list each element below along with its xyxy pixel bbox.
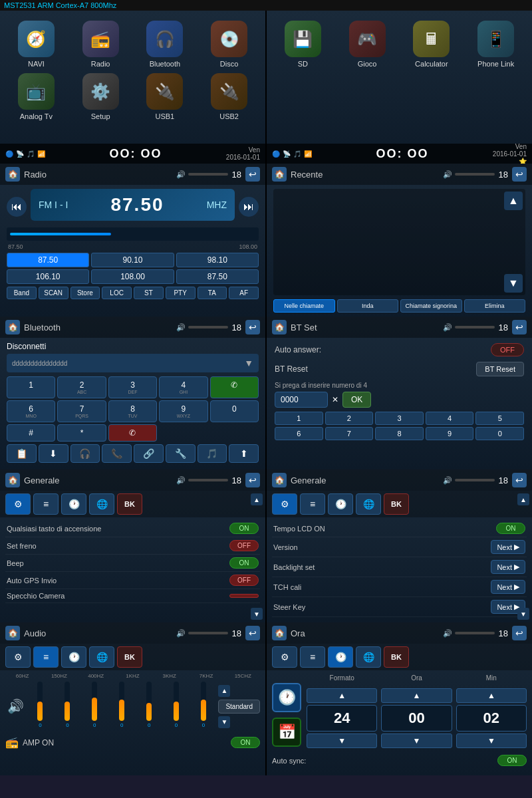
ctrl-band[interactable]: Band bbox=[7, 287, 37, 299]
eq-bar-3[interactable]: 0 bbox=[110, 682, 134, 728]
btset-auto-answer-toggle[interactable]: OFF bbox=[491, 343, 524, 356]
ctrl-store[interactable]: Store bbox=[70, 287, 100, 299]
tab-chiamate-signorina[interactable]: Chiamate signorina bbox=[400, 299, 462, 313]
key-hash[interactable]: # bbox=[7, 424, 55, 442]
eq-scroll-up[interactable]: ▲ bbox=[218, 685, 230, 697]
eq-bar-0[interactable]: 0 bbox=[28, 682, 53, 728]
app-radio[interactable]: 📻 Radio bbox=[71, 21, 130, 68]
radio-home-btn[interactable]: 🏠 bbox=[5, 167, 20, 182]
btset-num-1[interactable]: 1 bbox=[275, 412, 323, 425]
btset-num-7[interactable]: 7 bbox=[325, 427, 374, 440]
generale1-vol-slider[interactable] bbox=[188, 479, 228, 481]
eq-bar-5[interactable]: 0 bbox=[164, 682, 189, 728]
app-gioco[interactable]: 🎮 Gioco bbox=[338, 21, 397, 68]
preset-6[interactable]: 87.50 bbox=[176, 269, 259, 284]
audio-tab-eq[interactable]: ≡ bbox=[33, 646, 59, 668]
ora-vol-slider[interactable] bbox=[455, 632, 495, 634]
min-up[interactable]: ▲ bbox=[456, 688, 527, 703]
generale1-tab-clock[interactable]: 🕐 bbox=[61, 493, 86, 515]
key-call-red[interactable]: ✆ bbox=[108, 424, 157, 442]
generale1-tab-globe[interactable]: 🌐 bbox=[89, 493, 114, 515]
app-setup[interactable]: ⚙️ Setup bbox=[71, 73, 130, 120]
key-4[interactable]: 4GHI bbox=[159, 376, 207, 398]
preset-4[interactable]: 106.10 bbox=[7, 269, 89, 284]
audio-tab-gear[interactable]: ⚙ bbox=[5, 646, 31, 668]
ctrl-loc[interactable]: LOC bbox=[102, 287, 132, 299]
bt-action-3[interactable]: 🎧 bbox=[70, 444, 100, 463]
app-disco[interactable]: 💿 Disco bbox=[200, 21, 259, 68]
recente-scroll-up[interactable]: ▲ bbox=[504, 192, 523, 210]
bt-action-7[interactable]: 🎵 bbox=[198, 444, 227, 463]
radio-back-btn[interactable]: ↩ bbox=[245, 167, 260, 182]
app-bluetooth[interactable]: 🎧 Bluetooth bbox=[136, 21, 195, 68]
key-0[interactable]: 0 bbox=[210, 400, 259, 422]
preset-5[interactable]: 108.00 bbox=[91, 269, 174, 284]
recente-home-btn[interactable]: 🏠 bbox=[272, 167, 287, 182]
ctrl-scan[interactable]: SCAN bbox=[39, 287, 68, 299]
ora-tab-gear[interactable]: ⚙ bbox=[272, 646, 297, 668]
generale1-tab-bk[interactable]: BK bbox=[117, 493, 142, 515]
app-analog-tv[interactable]: 📺 Analog Tv bbox=[7, 73, 66, 120]
key-8[interactable]: 8TUV bbox=[108, 400, 157, 422]
generale2-home-btn[interactable]: 🏠 bbox=[272, 473, 287, 487]
btset-pin-clear[interactable]: ✕ bbox=[332, 395, 338, 404]
eq-bar-6[interactable]: 0 bbox=[192, 682, 216, 728]
generale2-back-btn[interactable]: ↩ bbox=[512, 473, 527, 487]
recente-scroll-down[interactable]: ▼ bbox=[504, 274, 523, 293]
generale1-tab-gear[interactable]: ⚙ bbox=[5, 493, 31, 515]
eq-bar-2[interactable]: 0 bbox=[82, 682, 107, 728]
preset-3[interactable]: 98.10 bbox=[176, 253, 259, 267]
app-sd[interactable]: 💾 SD bbox=[273, 21, 332, 68]
bt-disconnetti[interactable]: Disconnetti bbox=[7, 342, 259, 351]
generale2-vol-slider[interactable] bbox=[455, 479, 495, 481]
key-3[interactable]: 3DEF bbox=[108, 376, 157, 398]
standard-btn[interactable]: Standard bbox=[218, 700, 260, 714]
generale1-back-btn[interactable]: ↩ bbox=[245, 473, 260, 487]
clock-icon-btn[interactable]: 🕐 bbox=[272, 683, 301, 712]
eq-bar-4[interactable]: 0 bbox=[137, 682, 162, 728]
btset-num-9[interactable]: 9 bbox=[426, 427, 474, 440]
bt-action-8[interactable]: ⬆ bbox=[229, 444, 259, 463]
hora-up[interactable]: ▲ bbox=[381, 688, 452, 703]
ctrl-ta[interactable]: TA bbox=[198, 287, 227, 299]
bt-vol-slider[interactable] bbox=[188, 326, 228, 329]
ora-tab-eq[interactable]: ≡ bbox=[300, 646, 325, 668]
btset-num-6[interactable]: 6 bbox=[275, 427, 323, 440]
generale2-tab-globe[interactable]: 🌐 bbox=[356, 493, 381, 515]
bt-action-6[interactable]: 🔧 bbox=[166, 444, 196, 463]
generale2-tab-bk[interactable]: BK bbox=[384, 493, 409, 515]
radio-vol-slider[interactable] bbox=[188, 173, 228, 176]
preset-2[interactable]: 90.10 bbox=[91, 253, 174, 267]
app-navi[interactable]: 🧭 NAVI bbox=[7, 21, 66, 68]
btset-num-4[interactable]: 4 bbox=[426, 412, 474, 425]
tab-inda[interactable]: Inda bbox=[337, 299, 399, 313]
app-usb1[interactable]: 🔌 USB1 bbox=[136, 73, 195, 120]
ora-back-btn[interactable]: ↩ bbox=[512, 626, 527, 640]
generale1-home-btn[interactable]: 🏠 bbox=[5, 473, 20, 487]
btset-home-btn[interactable]: 🏠 bbox=[272, 320, 287, 334]
ora-tab-bk[interactable]: BK bbox=[384, 646, 409, 668]
key-6[interactable]: 6MNO bbox=[7, 400, 55, 422]
auto-sync-toggle[interactable]: ON bbox=[497, 755, 527, 766]
btset-num-8[interactable]: 8 bbox=[375, 427, 424, 440]
recente-vol-slider[interactable] bbox=[455, 173, 495, 176]
ctrl-st[interactable]: ST bbox=[134, 287, 164, 299]
radio-prev-btn[interactable]: ⏮ bbox=[7, 197, 27, 217]
tab-elimina[interactable]: Elimina bbox=[464, 299, 526, 313]
app-usb2[interactable]: 🔌 USB2 bbox=[200, 73, 259, 120]
bt-home-btn[interactable]: 🏠 bbox=[5, 320, 20, 334]
bt-action-4[interactable]: 📞 bbox=[102, 444, 132, 463]
recente-back-btn[interactable]: ↩ bbox=[512, 167, 527, 182]
generale2-tab-eq[interactable]: ≡ bbox=[300, 493, 325, 515]
ora-home-btn[interactable]: 🏠 bbox=[272, 626, 287, 640]
key-1[interactable]: 1 bbox=[7, 376, 55, 398]
generale1-scroll-up[interactable]: ▲ bbox=[251, 493, 263, 505]
bt-action-1[interactable]: 📋 bbox=[7, 444, 37, 463]
ctrl-pty[interactable]: PTY bbox=[166, 287, 196, 299]
eq-bar-1[interactable]: 0 bbox=[55, 682, 80, 728]
btset-ok-btn[interactable]: OK bbox=[342, 392, 371, 408]
generale1-tab-eq[interactable]: ≡ bbox=[33, 493, 59, 515]
app-calculator[interactable]: 🖩 Calculator bbox=[402, 21, 462, 68]
formato-down[interactable]: ▼ bbox=[307, 733, 377, 748]
audio-tab-bk[interactable]: BK bbox=[117, 646, 142, 668]
